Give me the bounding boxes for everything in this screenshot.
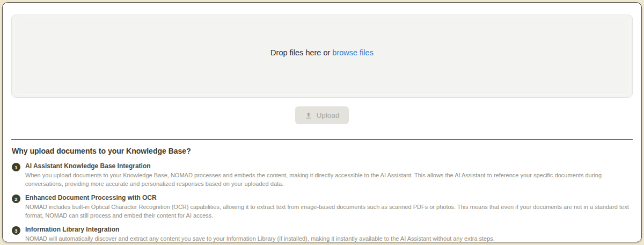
info-item-title: AI Assistant Knowledge Base Integration — [25, 162, 632, 170]
info-item-body: NOMAD includes built-in Optical Characte… — [25, 203, 632, 220]
info-section-heading: Why upload documents to your Knowledge B… — [12, 147, 632, 155]
page-frame: Drop files here orbrowse files Upload Wh… — [2, 2, 642, 242]
step-number-badge: 2 — [12, 194, 20, 203]
step-number-badge: 1 — [12, 163, 20, 171]
info-item: 2 Enhanced Document Processing with OCR … — [12, 194, 632, 220]
upload-button-label: Upload — [317, 111, 340, 119]
dropzone-prompt-text: Drop files here or — [270, 48, 330, 57]
info-item-body: When you upload documents to your Knowle… — [25, 171, 632, 188]
info-item-content: Information Library Integration NOMAD wi… — [25, 226, 632, 242]
upload-button[interactable]: Upload — [295, 106, 349, 124]
step-number-badge: 3 — [12, 226, 20, 235]
info-item-content: AI Assistant Knowledge Base Integration … — [25, 162, 632, 188]
dropzone-prompt: Drop files here orbrowse files — [270, 48, 374, 57]
info-item-content: Enhanced Document Processing with OCR NO… — [25, 194, 632, 220]
info-section: Why upload documents to your Knowledge B… — [3, 140, 641, 242]
upload-button-row: Upload — [11, 106, 633, 124]
file-dropzone[interactable]: Drop files here orbrowse files — [11, 15, 633, 98]
info-item-title: Information Library Integration — [25, 226, 632, 233]
upload-icon — [305, 112, 312, 119]
info-item-title: Enhanced Document Processing with OCR — [25, 194, 632, 201]
info-item: 1 AI Assistant Knowledge Base Integratio… — [12, 162, 632, 188]
info-item: 3 Information Library Integration NOMAD … — [12, 226, 632, 242]
info-item-body: NOMAD will automatically discover and ex… — [25, 235, 632, 242]
upload-section: Drop files here orbrowse files Upload — [3, 3, 641, 140]
browse-files-link[interactable]: browse files — [332, 48, 374, 57]
